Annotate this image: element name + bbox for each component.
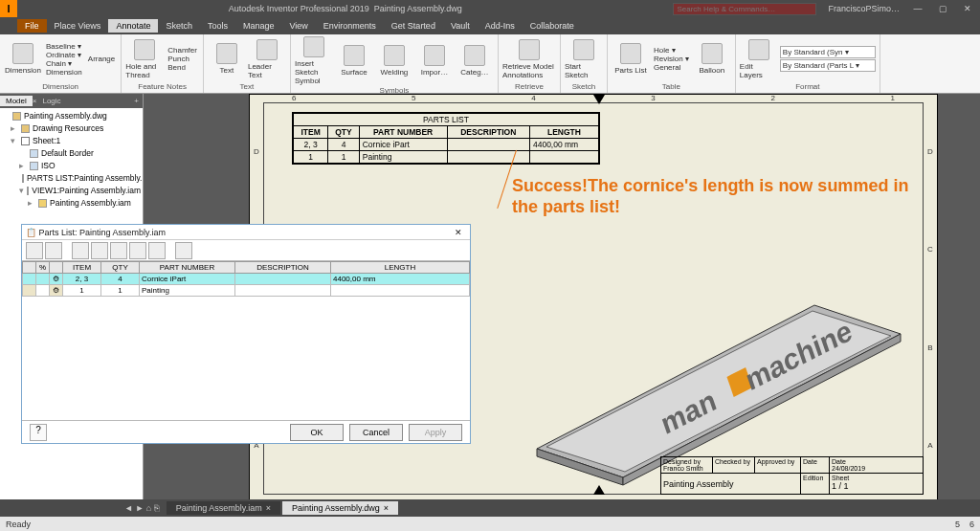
ribbon-group-format: Edit Layers By Standard (Syn ▾ By Standa…	[736, 34, 880, 93]
cancel-button[interactable]: Cancel	[349, 424, 403, 441]
tree-view1: ▾VIEW1:Painting Assembly.iam	[2, 185, 141, 197]
dialog-grid[interactable]: % ITEM QTY PART NUMBER DESCRIPTION LENGT…	[22, 261, 470, 297]
balloon-button[interactable]: Balloon	[693, 43, 731, 75]
browser-tab-model[interactable]: Model	[0, 96, 33, 106]
title-bar: I Autodesk Inventor Professional 2019 Pa…	[0, 0, 980, 17]
tab-get-started[interactable]: Get Started	[384, 19, 443, 33]
parts-list-button[interactable]: Parts List	[612, 43, 650, 75]
ribbon-group-feature-notes: Hole and Thread Chamfer Punch Bend Featu…	[122, 34, 204, 93]
dialog-close-button[interactable]: ✕	[451, 228, 466, 237]
toolbar-btn-6[interactable]	[129, 242, 146, 259]
toolbar-btn-8[interactable]	[175, 242, 192, 259]
tab-manage[interactable]: Manage	[235, 19, 282, 33]
tab-nav-icons[interactable]: ◄ ► ⌂ ⎘	[119, 503, 165, 513]
ribbon: Dimension Baseline ▾ Ordinate ▾ Chain ▾ …	[0, 34, 980, 94]
style-combo-2[interactable]: By Standard (Parts L ▾	[780, 59, 876, 72]
arrange-option[interactable]: Arrange	[86, 55, 117, 63]
tab-collaborate[interactable]: Collaborate	[523, 19, 582, 33]
leader-text-button[interactable]: Leader Text	[248, 39, 286, 79]
status-bar: Ready 5 6	[0, 517, 980, 531]
document-tabs: ◄ ► ⌂ ⎘ Painting Assembly.iam× Painting …	[0, 499, 980, 517]
tab-file[interactable]: File	[17, 19, 47, 33]
welding-button[interactable]: Welding	[375, 45, 413, 77]
sketch-symbol-button[interactable]: Insert Sketch Symbol	[295, 36, 333, 85]
dialog-icon: 📋	[26, 228, 36, 237]
app-icon[interactable]: I	[0, 0, 17, 17]
ribbon-group-dimension: Dimension Baseline ▾ Ordinate ▾ Chain ▾ …	[0, 34, 122, 93]
dialog-help-button[interactable]: ?	[30, 424, 47, 441]
status-text: Ready	[6, 520, 31, 529]
dialog-toolbar	[22, 240, 470, 261]
table-options[interactable]: Hole ▾ Revision ▾ General	[652, 46, 691, 72]
dimension-options[interactable]: Baseline ▾ Ordinate ▾ Chain ▾ Dimension	[44, 42, 84, 77]
tree-parts-list: PARTS LIST:Painting Assembly.iam	[2, 172, 141, 185]
ribbon-group-sketch: Start Sketch Sketch	[561, 34, 608, 93]
start-sketch-button[interactable]: Start Sketch	[565, 39, 603, 79]
tree-root: Painting Assembly.dwg	[2, 110, 141, 122]
tree-iso: ▸ISO	[2, 160, 141, 172]
window-title: Autodesk Inventor Professional 2019 Pain…	[17, 4, 673, 13]
success-annotation: Success!The cornice's length is now summ…	[512, 175, 937, 217]
tab-environments[interactable]: Environments	[316, 19, 384, 33]
hole-thread-button[interactable]: Hole and Thread	[125, 39, 164, 79]
toolbar-btn-2[interactable]	[45, 242, 62, 259]
tree-assembly: ▸Painting Assembly.iam	[2, 197, 141, 210]
ok-button[interactable]: OK	[290, 424, 344, 441]
tab-sketch[interactable]: Sketch	[158, 19, 200, 33]
feature-notes-options[interactable]: Chamfer Punch Bend	[166, 46, 199, 72]
toolbar-btn-4[interactable]	[91, 242, 108, 259]
import-button[interactable]: Impor…	[415, 45, 454, 77]
retrieve-annotations-button[interactable]: Retrieve Model Annotations	[502, 39, 556, 79]
ribbon-group-table: Parts List Hole ▾ Revision ▾ General Bal…	[608, 34, 736, 93]
drawing-parts-list[interactable]: PARTS LIST ITEMQTYPART NUMBERDESCRIPTION…	[292, 112, 600, 165]
user-menu[interactable]: FranciscoPSimo…	[822, 4, 905, 13]
tab-place-views[interactable]: Place Views	[47, 19, 109, 33]
dimension-button[interactable]: Dimension	[4, 43, 42, 75]
dialog-row-selected: ⚙ 2, 34 Cornice iPart 4400,00 mm	[23, 274, 470, 285]
minimize-button[interactable]: —	[905, 4, 930, 13]
title-block: Designed byFranco Smith Checked by Appro…	[660, 456, 924, 495]
tab-view[interactable]: View	[281, 19, 315, 33]
menu-bar: File Place Views Annotate Sketch Tools M…	[0, 17, 980, 34]
edit-layers-button[interactable]: Edit Layers	[740, 39, 778, 79]
browser-tab-logic[interactable]: Logic	[36, 96, 66, 106]
parts-list-dialog: 📋 Parts List: Painting Assembly.iam ✕ % …	[21, 224, 471, 444]
surface-button[interactable]: Surface	[335, 45, 373, 77]
toolbar-btn-3[interactable]	[72, 242, 89, 259]
browser-add-tab[interactable]: +	[130, 97, 143, 105]
text-button[interactable]: Text	[208, 43, 246, 75]
tree-default-border: Default Border	[2, 147, 141, 160]
doc-tab-assembly[interactable]: Painting Assembly.iam×	[167, 501, 280, 515]
toolbar-btn-7[interactable]	[148, 242, 166, 259]
apply-button[interactable]: Apply	[409, 424, 462, 441]
ruler-right: DCBA	[924, 102, 937, 495]
tab-annotate[interactable]: Annotate	[108, 19, 158, 33]
doc-tab-drawing[interactable]: Painting Assembly.dwg×	[282, 501, 398, 515]
dialog-row: ⚙ 11 Painting	[23, 285, 470, 297]
tree-sheet: ▾Sheet:1	[2, 135, 141, 147]
close-button[interactable]: ✕	[955, 4, 980, 13]
help-search-input[interactable]	[673, 3, 816, 15]
model-tree[interactable]: Painting Assembly.dwg ▸Drawing Resources…	[0, 108, 143, 211]
dialog-title-text: Parts List: Painting Assembly.iam	[39, 228, 166, 237]
assembly-view[interactable]: man machine	[518, 267, 910, 487]
toolbar-btn-5[interactable]	[110, 242, 127, 259]
toolbar-btn-1[interactable]	[26, 242, 43, 259]
tab-tools[interactable]: Tools	[200, 19, 235, 33]
tab-add-ins[interactable]: Add-Ins	[478, 19, 523, 33]
tree-drawing-resources: ▸Drawing Resources	[2, 122, 141, 135]
ribbon-group-symbols: Insert Sketch Symbol Surface Welding Imp…	[291, 34, 499, 93]
ribbon-group-text: Text Leader Text Text	[204, 34, 291, 93]
style-combo-1[interactable]: By Standard (Syn ▾	[780, 46, 876, 58]
maximize-button[interactable]: ▢	[930, 4, 955, 13]
ribbon-group-retrieve: Retrieve Model Annotations Retrieve	[499, 34, 561, 93]
tab-vault[interactable]: Vault	[443, 19, 478, 33]
category-button[interactable]: Categ…	[456, 45, 494, 77]
